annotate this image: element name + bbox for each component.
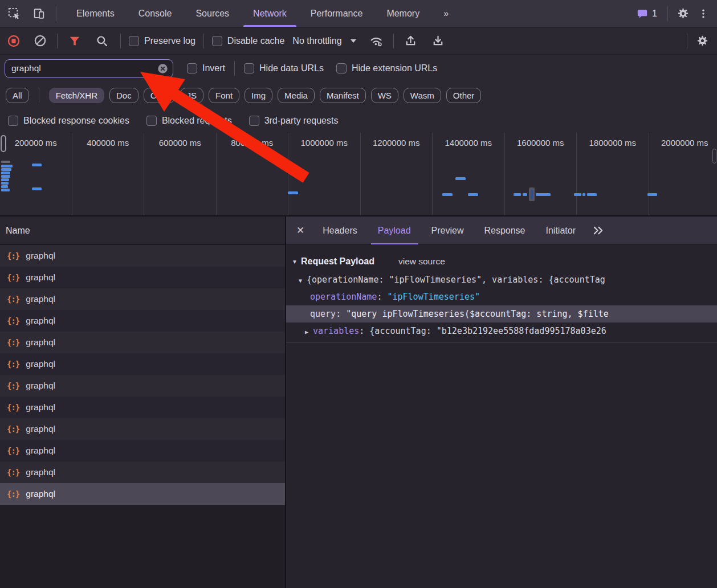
clear-network-log-button[interactable] — [30, 31, 50, 51]
timeline-tick-label: 200000 ms — [15, 138, 57, 215]
request-bar — [1, 165, 13, 168]
funnel-icon — [68, 35, 81, 47]
request-bar — [514, 193, 521, 196]
request-row[interactable]: {:}graphql — [0, 375, 285, 397]
chip-font[interactable]: Font — [209, 88, 239, 103]
invert-checkbox[interactable]: Invert — [187, 63, 225, 74]
blocked-requests-label: Blocked requests — [162, 116, 232, 126]
chip-ws[interactable]: WS — [371, 88, 398, 103]
section-title: Request Payload — [301, 256, 374, 267]
name-column-header[interactable]: Name — [0, 217, 285, 245]
tab-performance[interactable]: Performance — [299, 0, 375, 27]
payload-summary-row[interactable]: ▼ {operationName: "ipFlowTimeseries", va… — [286, 271, 717, 288]
json-braces-icon: {:} — [7, 338, 19, 347]
timeline-section: 1400000 ms — [433, 133, 505, 215]
details-tab-payload[interactable]: Payload — [368, 217, 421, 244]
chip-media[interactable]: Media — [278, 88, 315, 103]
more-options-button[interactable] — [693, 3, 714, 24]
payload-value: {accountTag: "b12e3b2192ee5588fdad995178… — [369, 326, 606, 336]
tab-memory[interactable]: Memory — [374, 0, 431, 27]
payload-row-query[interactable]: query: "query ipFlowTimeseries($accountT… — [286, 305, 717, 322]
filter-row: graphql Invert Hide data URLs Hide exten… — [0, 55, 717, 82]
tab-elements[interactable]: Elements — [64, 0, 127, 27]
payload-colon: : — [377, 292, 387, 302]
details-tab-preview[interactable]: Preview — [421, 217, 474, 244]
request-row[interactable]: {:}graphql — [0, 483, 285, 505]
view-source-link[interactable]: view source — [398, 256, 445, 267]
request-row[interactable]: {:}graphql — [0, 267, 285, 288]
gear-icon — [677, 7, 689, 19]
device-toolbar-button[interactable] — [28, 3, 49, 24]
timeline-right-handle[interactable] — [712, 149, 716, 164]
more-tabs-button[interactable] — [588, 220, 609, 241]
hide-extension-urls-checkbox[interactable]: Hide extension URLs — [336, 63, 437, 74]
request-row[interactable]: {:}graphql — [0, 310, 285, 332]
json-braces-icon: {:} — [7, 381, 19, 390]
record-network-log-button[interactable] — [3, 31, 24, 51]
timeline-tick-label: 1200000 ms — [373, 138, 420, 215]
filter-input[interactable]: graphql — [5, 59, 173, 78]
json-braces-icon: {:} — [7, 468, 19, 477]
disable-cache-checkbox[interactable]: Disable cache — [212, 36, 285, 46]
double-chevron-right-icon — [593, 225, 604, 236]
timeline-section: 800000 ms — [217, 133, 289, 215]
tab-console[interactable]: Console — [127, 0, 184, 27]
request-row[interactable]: {:}graphql — [0, 353, 285, 375]
request-row[interactable]: {:}graphql — [0, 245, 285, 267]
close-details-button[interactable]: ✕ — [296, 224, 304, 236]
request-row[interactable]: {:}graphql — [0, 462, 285, 483]
chip-all[interactable]: All — [6, 88, 29, 103]
preserve-log-checkbox[interactable]: Preserve log — [129, 36, 195, 46]
throttling-select[interactable]: No throttling — [292, 36, 356, 46]
request-name: graphql — [26, 272, 55, 283]
chip-wasm[interactable]: Wasm — [404, 88, 441, 103]
export-har-button[interactable] — [428, 31, 449, 51]
blocked-response-cookies-checkbox[interactable]: Blocked response cookies — [8, 116, 129, 126]
request-row[interactable]: {:}graphql — [0, 418, 285, 440]
chip-img[interactable]: Img — [245, 88, 272, 103]
request-name: graphql — [26, 424, 55, 434]
third-party-requests-checkbox[interactable]: 3rd-party requests — [249, 116, 339, 126]
filter-toggle-button[interactable] — [64, 31, 85, 51]
details-tab-headers[interactable]: Headers — [312, 217, 367, 244]
inspect-element-button[interactable] — [3, 3, 24, 24]
request-row[interactable]: {:}graphql — [0, 288, 285, 310]
request-row[interactable]: {:}graphql — [0, 440, 285, 462]
tab-sources[interactable]: Sources — [184, 0, 241, 27]
import-har-button[interactable] — [401, 31, 421, 51]
payload-row-operationName[interactable]: operationName: "ipFlowTimeseries" — [286, 288, 717, 305]
chip-fetch-xhr[interactable]: Fetch/XHR — [49, 88, 104, 103]
timeline-tick-label: 800000 ms — [231, 138, 273, 215]
payload-row-variables[interactable]: ▶ variables: {accountTag: "b12e3b2192ee5… — [286, 322, 717, 340]
search-button[interactable] — [92, 31, 112, 51]
clear-filter-icon[interactable] — [157, 63, 168, 74]
details-tab-initiator[interactable]: Initiator — [536, 217, 586, 244]
tab-network[interactable]: Network — [241, 0, 299, 27]
more-panels-button[interactable]: » — [431, 0, 461, 27]
blocked-response-cookies-label: Blocked response cookies — [23, 116, 129, 126]
blocked-requests-checkbox[interactable]: Blocked requests — [146, 116, 232, 126]
details-tabs: HeadersPayloadPreviewResponseInitiator — [312, 217, 586, 244]
issues-button[interactable]: 1 — [631, 8, 663, 19]
request-type-filters: AllFetch/XHRDocCSSJSFontImgMediaManifest… — [0, 82, 717, 108]
timeline-section: 200000 ms — [0, 133, 72, 215]
request-row[interactable]: {:}graphql — [0, 397, 285, 418]
divider — [39, 88, 39, 103]
network-settings-button[interactable] — [692, 31, 712, 51]
chip-other[interactable]: Other — [446, 88, 482, 103]
settings-button[interactable] — [673, 3, 693, 24]
request-payload-section[interactable]: ▼ Request Payload view source — [286, 252, 717, 271]
chip-manifest[interactable]: Manifest — [320, 88, 366, 103]
timeline-section: 600000 ms — [144, 133, 217, 215]
divider — [234, 61, 235, 76]
chip-css[interactable]: CSS — [144, 88, 175, 103]
chip-js[interactable]: JS — [180, 88, 204, 103]
details-tab-response[interactable]: Response — [474, 217, 535, 244]
hide-data-urls-checkbox[interactable]: Hide data URLs — [244, 63, 324, 74]
chip-doc[interactable]: Doc — [109, 88, 138, 103]
network-conditions-button[interactable] — [366, 31, 386, 51]
panel-tabs: ElementsConsoleSourcesNetworkPerformance… — [64, 0, 461, 27]
request-row[interactable]: {:}graphql — [0, 332, 285, 353]
network-overview-timeline[interactable]: 200000 ms400000 ms600000 ms800000 ms1000… — [0, 133, 717, 217]
timeline-left-handle[interactable] — [1, 135, 6, 152]
